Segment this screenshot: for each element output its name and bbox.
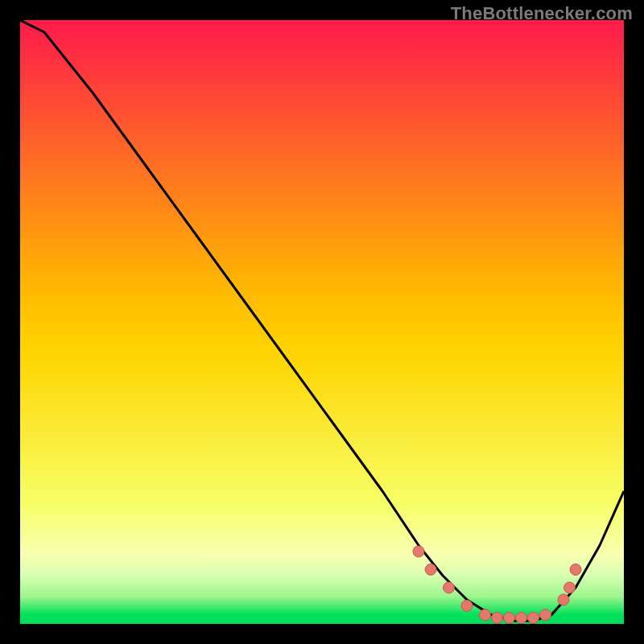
marker-dot bbox=[564, 582, 576, 593]
marker-dot bbox=[516, 613, 527, 624]
gradient-background bbox=[20, 20, 624, 624]
marker-dot bbox=[492, 613, 503, 624]
plot-area bbox=[20, 20, 624, 624]
marker-dot bbox=[461, 601, 473, 612]
marker-dot bbox=[504, 613, 515, 624]
marker-dot bbox=[413, 546, 424, 557]
marker-dot bbox=[480, 609, 491, 621]
marker-dot bbox=[528, 613, 539, 624]
marker-dot bbox=[540, 609, 551, 621]
chart-frame: TheBottlenecker.com bbox=[0, 0, 644, 644]
chart-svg bbox=[20, 20, 624, 624]
marker-dot bbox=[558, 594, 569, 605]
marker-dot bbox=[444, 582, 455, 593]
marker-dot bbox=[570, 564, 581, 576]
marker-dot bbox=[425, 564, 436, 576]
